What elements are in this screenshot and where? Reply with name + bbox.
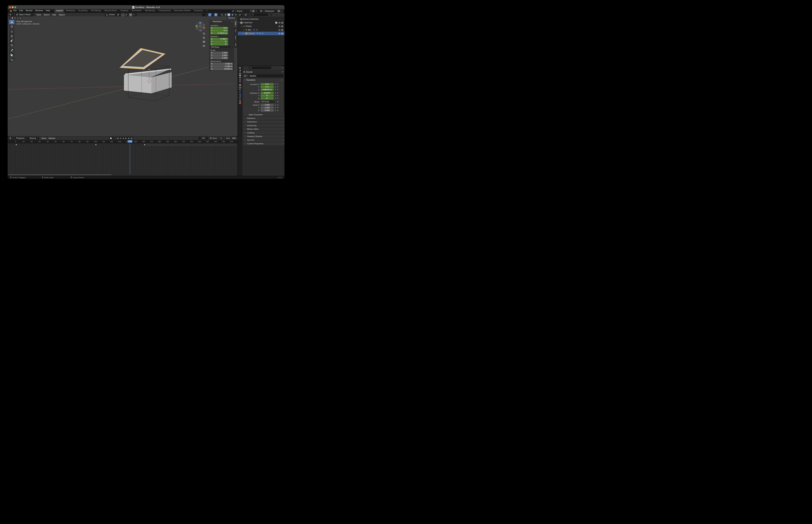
lock-icon[interactable] [227,40,229,43]
disclosure-triangle-icon[interactable]: ▸ [243,33,245,34]
shading-solid-button[interactable] [227,13,230,16]
keyframe-diamond-icon[interactable] [277,86,279,88]
menu-help[interactable]: Help [44,9,51,13]
lock-icon[interactable] [274,92,276,94]
stopwatch-icon[interactable] [210,137,212,139]
lock-icon[interactable] [274,83,276,85]
hide-eye-icon[interactable] [278,25,280,28]
menu-render[interactable]: Render [25,9,34,13]
disable-render-camera-icon[interactable] [281,32,283,35]
viewport-menu-select[interactable]: Select [42,13,51,16]
animate-dot-icon[interactable] [277,104,278,105]
deckel-lid-object[interactable] [120,48,165,69]
viewport-menu-add[interactable]: Add [51,13,57,16]
lock-icon[interactable] [274,97,276,99]
tool-transform[interactable] [9,43,14,47]
menu-file[interactable]: File [12,9,18,13]
jump-to-start-button[interactable] [116,137,119,140]
snap-settings-button[interactable] [125,13,129,16]
breadcrumb-object-name[interactable]: Deckel [246,71,253,73]
lock-icon[interactable] [227,32,229,34]
blender-logo-icon[interactable] [10,10,12,12]
object-name-field[interactable]: Deckel [243,75,283,77]
lock-icon[interactable] [227,30,229,32]
prop-scale-x-field[interactable]: 1.520 [261,104,274,106]
keyframe-diamond-icon[interactable] [277,88,279,91]
zoom-window-button[interactable] [14,6,16,8]
outliner-search-input[interactable] [251,13,268,16]
workspace-tab-compositing[interactable]: Compositing [157,9,173,13]
pin-icon[interactable] [249,10,251,12]
keyframe-diamond-icon[interactable] [277,92,279,94]
disable-render-camera-icon[interactable] [281,29,283,31]
animate-dot-icon[interactable] [277,107,278,108]
play-reverse-button[interactable] [122,137,125,140]
close-window-button[interactable] [9,6,11,8]
tool-rotate[interactable] [9,34,14,38]
disclosure-triangle-icon[interactable]: ▸ [243,29,245,31]
workspace-tab-scripting[interactable]: Scripting [192,9,204,13]
npanel-scale-z-field[interactable]: Z0.100 [210,57,228,59]
npanel-dim-z-field[interactable]: Z0.0184 m [210,68,233,70]
panel-viewport-display[interactable]: ›Viewport Display [243,135,285,138]
prop-rotation-z-field[interactable]: 0° [261,97,274,100]
hide-eye-icon[interactable] [278,29,280,31]
show-overlays-toggle[interactable] [214,13,217,16]
keyframe-diamond[interactable] [95,144,97,146]
panel-visibility[interactable]: ›Visibility [243,131,285,134]
npanel-scale-x-field[interactable]: X1.520 [210,52,228,54]
zoom-view-icon[interactable] [202,32,205,35]
npanel-dim-y-field[interactable]: Y0.189 m [210,65,233,68]
unlink-scene-button[interactable]: × [255,10,258,12]
prev-keyframe-button[interactable] [119,137,122,140]
tab-material-icon[interactable] [239,100,241,102]
play-button[interactable] [125,137,127,140]
tab-collection-icon[interactable] [239,84,241,86]
menu-window[interactable]: Window [34,9,44,13]
viewport-editor-type-button[interactable] [9,13,14,16]
panel-custom-properties[interactable]: ›Custom Properties [243,142,285,145]
scene-selector[interactable]: Scene × [231,10,258,13]
pan-view-hand-icon[interactable] [202,36,205,39]
add-workspace-button[interactable]: + [204,9,209,13]
playhead-line[interactable] [130,143,130,174]
workspace-tab-shading[interactable]: Shading [119,9,130,13]
disclosure-triangle-icon[interactable]: ▾ [238,22,240,23]
outliner-row-empty[interactable]: ▾ Empty [238,24,285,28]
tool-cursor[interactable] [9,24,14,29]
npanel-dim-x-field[interactable]: X0.282 m [210,63,233,65]
falloff-selector[interactable] [132,13,137,16]
exclude-checkbox[interactable] [275,22,277,24]
lock-icon[interactable] [227,54,229,56]
lock-icon[interactable] [227,27,229,29]
tab-object-data-icon[interactable] [239,97,241,100]
tab-world-icon[interactable] [239,81,241,83]
npanel-location-z-field[interactable]: Z0.70121 m [210,32,228,34]
lock-icon[interactable] [274,95,276,97]
snap-toggle[interactable] [121,13,125,16]
keyframe-diamond-icon[interactable] [277,95,279,97]
playhead-frame-badge[interactable]: 143 [128,140,132,143]
npanel-tab-edit[interactable]: Edit [234,42,237,48]
properties-options-chevron-icon[interactable] [281,67,283,69]
panel-instancing[interactable]: ›Instancing [243,124,285,127]
workspace-tab-texture-paint[interactable]: Texture Paint [103,9,119,13]
npanel-rotation-z-field[interactable]: Z0° [210,43,228,46]
lock-icon[interactable] [227,43,229,45]
viewport-menu-view[interactable]: View [35,13,42,16]
pivot-point-button[interactable] [116,13,122,16]
lock-icon[interactable] [274,86,276,88]
new-scene-icon[interactable] [252,10,254,12]
lock-icon[interactable] [274,104,276,106]
current-frame-field[interactable]: 143 [198,137,208,140]
hide-eye-icon[interactable] [278,22,280,24]
prop-location-y-field[interactable]: 0 m [261,86,274,88]
timeline-menu-playback[interactable]: Playback [15,137,28,139]
outliner-filter-button[interactable] [271,14,274,16]
prop-rotation-y-field[interactable]: 0° [261,95,274,97]
workspace-tab-uv-editing[interactable]: UV Editing [89,9,103,13]
remove-viewlayer-button[interactable]: × [280,10,283,12]
workspace-tab-rendering[interactable]: Rendering [143,9,157,13]
npanel-rotation-y-field[interactable]: Y0° [210,40,228,43]
menu-edit[interactable]: Edit [18,9,25,13]
